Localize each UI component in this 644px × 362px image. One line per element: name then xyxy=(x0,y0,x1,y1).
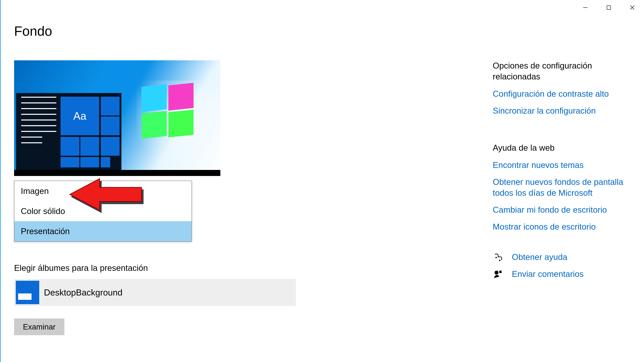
background-preview: Aa xyxy=(14,60,220,176)
start-menu-list-mock xyxy=(21,97,56,148)
browse-button-label: Examinar xyxy=(23,322,56,331)
svg-point-6 xyxy=(499,260,500,261)
taskbar-mock xyxy=(14,170,220,176)
link-show-desktop-icons[interactable]: Mostrar iconos de escritorio xyxy=(493,221,627,232)
maximize-button[interactable] xyxy=(597,0,620,15)
choose-albums-label: Elegir álbumes para la presentación xyxy=(14,263,148,273)
page-title: Fondo xyxy=(14,23,52,39)
close-button[interactable] xyxy=(620,0,644,15)
browse-button[interactable]: Examinar xyxy=(14,319,64,335)
album-row[interactable]: DesktopBackground xyxy=(14,279,296,306)
link-find-themes[interactable]: Encontrar nuevos temas xyxy=(493,160,627,171)
link-change-wallpaper[interactable]: Cambiar mi fondo de escritorio xyxy=(493,204,627,215)
dropdown-option-image[interactable]: Imagen xyxy=(14,181,192,201)
dropdown-option-slideshow[interactable]: Presentación xyxy=(14,221,192,241)
related-heading: Opciones de configuración relacionadas xyxy=(493,60,627,82)
feedback-icon xyxy=(493,270,504,279)
start-menu-mock: Aa xyxy=(16,93,122,170)
svg-rect-1 xyxy=(607,6,611,9)
background-type-dropdown[interactable]: Imagen Color sólido Presentación xyxy=(14,181,192,242)
link-sync-settings[interactable]: Sincronizar la configuración xyxy=(493,105,627,116)
svg-point-5 xyxy=(496,257,496,258)
link-daily-wallpapers[interactable]: Obtener nuevos fondos de pantalla todos … xyxy=(493,177,627,198)
sample-text-tile: Aa xyxy=(60,97,99,135)
right-column: Opciones de configuración relacionadas C… xyxy=(493,60,627,286)
folder-icon xyxy=(16,281,39,304)
link-get-help[interactable]: Obtener ayuda xyxy=(512,252,567,263)
link-high-contrast[interactable]: Configuración de contraste alto xyxy=(493,88,627,99)
svg-point-7 xyxy=(494,271,498,275)
link-send-feedback[interactable]: Enviar comentarios xyxy=(512,269,584,280)
help-icon xyxy=(493,253,504,262)
minimize-button[interactable] xyxy=(574,0,597,15)
window-controls xyxy=(574,0,644,15)
settings-panel: Fondo Aa xyxy=(0,0,644,362)
webhelp-heading: Ayuda de la web xyxy=(493,142,627,153)
album-name: DesktopBackground xyxy=(44,287,122,298)
dropdown-option-solid-color[interactable]: Color sólido xyxy=(14,201,192,221)
